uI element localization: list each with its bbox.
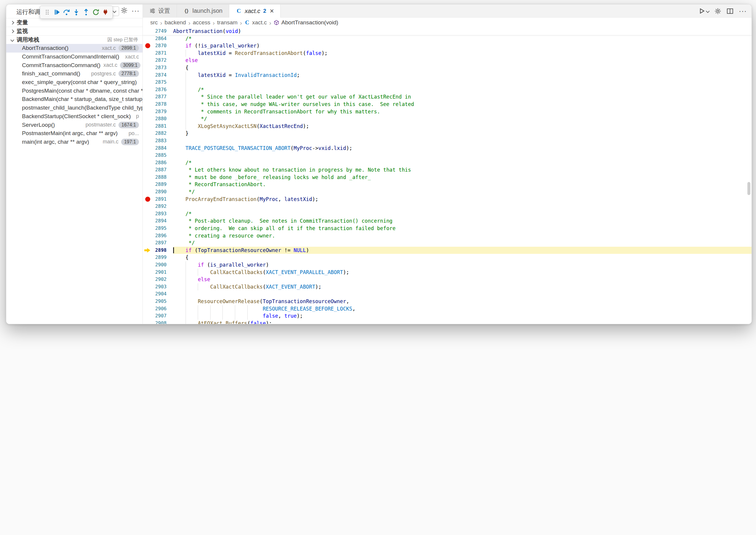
code-line[interactable]: 2881XLogSetAsyncXactLSN(XactLastRecEnd); — [143, 123, 751, 130]
step-into-icon[interactable] — [72, 8, 80, 16]
breakpoint-gutter[interactable]: 2873 — [143, 64, 173, 71]
code-line-content[interactable]: * ordering. We can skip all of it if the… — [173, 225, 751, 232]
breakpoint-gutter[interactable]: 2889 — [143, 181, 173, 188]
variables-section-header[interactable]: 变量 — [6, 18, 143, 27]
breakpoint-gutter[interactable]: 2902 — [143, 276, 173, 283]
code-line-content[interactable]: else — [173, 276, 751, 283]
code-line-content[interactable]: * Let others know about no transaction i… — [173, 166, 751, 174]
code-line-content[interactable]: * comments in RecordTransactionAbort for… — [173, 108, 751, 116]
disconnect-icon[interactable] — [101, 8, 109, 16]
breakpoint-gutter[interactable]: 2897 — [143, 239, 173, 247]
breakpoint-gutter[interactable]: 2893 — [143, 210, 173, 218]
breakpoint-gutter[interactable]: 2901 — [143, 269, 173, 276]
code-line[interactable]: 2903CallXactCallbacks(XACT_EVENT_ABORT); — [143, 283, 751, 291]
code-line[interactable]: 2880 */ — [143, 115, 751, 123]
code-line[interactable]: 2874latestXid = InvalidTransactionId; — [143, 71, 751, 79]
breadcrumb-item[interactable]: xact.c — [252, 19, 267, 26]
breakpoint-gutter[interactable]: 2886 — [143, 159, 173, 167]
code-line[interactable]: 2864/* — [143, 35, 751, 42]
breakpoint-gutter[interactable]: 2900 — [143, 261, 173, 269]
code-line[interactable]: 2875 — [143, 79, 751, 86]
call-stack-frame[interactable]: PostmasterMain(int argc, char ** argv)po… — [6, 129, 143, 138]
code-line[interactable]: 2900if (is_parallel_worker) — [143, 261, 751, 269]
call-stack-frame[interactable]: BackendStartup(ClientSocket * client_soc… — [6, 112, 143, 121]
toolbar-grip-icon[interactable] — [43, 8, 51, 16]
breakpoint-gutter[interactable]: 2899 — [143, 254, 173, 261]
code-line[interactable]: 2896 * creating a resource owner. — [143, 232, 751, 239]
breadcrumb-item[interactable]: src — [150, 19, 158, 26]
scrollbar-thumb[interactable] — [747, 182, 750, 195]
code-line-content[interactable]: CallXactCallbacks(XACT_EVENT_PARALLEL_AB… — [173, 269, 751, 276]
code-line[interactable]: 2890 */ — [143, 188, 751, 196]
breadcrumb-item[interactable]: transam — [217, 19, 238, 26]
call-stack-frame[interactable]: CommitTransactionCommand()xact.c3099:1 — [6, 61, 143, 70]
breakpoint-gutter[interactable]: 2883 — [143, 137, 173, 145]
code-line[interactable]: 2904 — [143, 290, 751, 298]
code-line[interactable]: 2876/* — [143, 86, 751, 94]
code-line-content[interactable]: { — [173, 254, 751, 261]
code-line-content[interactable]: * must be done _before_ releasing locks … — [173, 174, 751, 181]
breakpoint-gutter[interactable]: 2890 — [143, 188, 173, 196]
code-line[interactable]: 2884TRACE_POSTGRESQL_TRANSACTION_ABORT(M… — [143, 145, 751, 152]
code-line-content[interactable] — [173, 203, 751, 210]
code-line[interactable]: 2907 false, true); — [143, 312, 751, 320]
breakpoint-gutter[interactable]: 2907 — [143, 312, 173, 320]
code-line-content[interactable]: latestXid = RecordTransactionAbort(false… — [173, 50, 751, 57]
code-line[interactable]: 2893/* — [143, 210, 751, 218]
call-stack-frame[interactable]: AbortTransaction()xact.c2898:1 — [6, 44, 143, 53]
call-stack-frame[interactable]: PostgresMain(const char * dbname, const … — [6, 86, 143, 95]
code-line-content[interactable]: /* — [173, 159, 751, 167]
code-line-content[interactable]: * creating a resource owner. — [173, 232, 751, 239]
breakpoint-gutter[interactable]: 2884 — [143, 145, 173, 152]
code-line-content[interactable]: AtEOXact_Buffers(false); — [173, 320, 751, 324]
code-line-content[interactable]: XLogSetAsyncXactLSN(XactLastRecEnd); — [173, 123, 751, 130]
breakpoint-gutter[interactable]: 2872 — [143, 57, 173, 64]
breakpoint-gutter[interactable]: 2875 — [143, 79, 173, 86]
code-line[interactable]: 2894 * Post-abort cleanup. See notes in … — [143, 217, 751, 225]
call-stack-frame[interactable]: BackendMain(char * startup_data, size_t … — [6, 95, 143, 104]
code-line[interactable]: 2882} — [143, 130, 751, 137]
code-line[interactable]: 2870if (!is_parallel_worker) — [143, 42, 751, 50]
run-or-debug-icon[interactable] — [699, 8, 709, 14]
call-stack-frame[interactable]: main(int argc, char ** argv)main.c197:1 — [6, 138, 143, 146]
code-line[interactable]: 2905ResourceOwnerRelease(TopTransactionR… — [143, 298, 751, 305]
breakpoint-gutter[interactable]: 2885 — [143, 152, 173, 159]
breakpoint-gutter[interactable]: 2876 — [143, 86, 173, 94]
code-line-content[interactable]: /* — [173, 210, 751, 218]
breakpoint-gutter[interactable]: 2874 — [143, 71, 173, 79]
code-line-content[interactable]: { — [173, 64, 751, 71]
breakpoint-gutter[interactable]: 2881 — [143, 123, 173, 130]
breakpoint-gutter[interactable]: 2882 — [143, 130, 173, 137]
breakpoint-gutter[interactable]: 2895 — [143, 225, 173, 232]
breakpoint-gutter[interactable]: 2894 — [143, 217, 173, 225]
gear-icon[interactable] — [714, 8, 721, 14]
code-line[interactable]: 2899{ — [143, 254, 751, 261]
code-line-content[interactable]: if (TopTransactionResourceOwner != NULL) — [173, 247, 751, 254]
code-line-content[interactable]: latestXid = InvalidTransactionId; — [173, 71, 751, 79]
code-line-content[interactable]: } — [173, 130, 751, 137]
step-out-icon[interactable] — [82, 8, 90, 16]
code-line-content[interactable]: /* — [173, 86, 751, 94]
breakpoint-gutter[interactable]: 2879 — [143, 108, 173, 116]
code-line-content[interactable] — [173, 79, 751, 86]
code-line-content[interactable]: AbortTransaction(void) — [173, 28, 751, 35]
code-line[interactable]: 2872else — [143, 57, 751, 64]
breakpoint-gutter[interactable]: 2891 — [143, 196, 173, 203]
code-line[interactable]: 2891ProcArrayEndTransaction(MyProc, late… — [143, 196, 751, 203]
code-line-content[interactable]: * Since the parallel leader won't get ou… — [173, 93, 751, 101]
code-line[interactable]: 2885 — [143, 152, 751, 159]
breakpoint-gutter[interactable]: 2749 — [143, 28, 173, 35]
call-stack-section-header[interactable]: 调用堆栈 因 step 已暂停 — [6, 35, 143, 44]
breakpoint-gutter[interactable]: 2904 — [143, 290, 173, 298]
code-line-content[interactable]: RESOURCE_RELEASE_BEFORE_LOCKS, — [173, 305, 751, 313]
breakpoint-gutter[interactable]: 2871 — [143, 50, 173, 57]
code-line[interactable]: 2898if (TopTransactionResourceOwner != N… — [143, 247, 751, 254]
code-line[interactable]: 2878 * this case, we nudge WAL-writer ou… — [143, 101, 751, 108]
code-line[interactable]: 2877 * Since the parallel leader won't g… — [143, 93, 751, 101]
code-line[interactable]: 2902else — [143, 276, 751, 283]
breakpoint-gutter[interactable]: 2905 — [143, 298, 173, 305]
code-line-content[interactable]: * RecordTransactionAbort. — [173, 181, 751, 188]
breakpoint-gutter[interactable]: 2906 — [143, 305, 173, 313]
step-over-icon[interactable] — [63, 8, 70, 16]
code-line-content[interactable]: else — [173, 57, 751, 64]
